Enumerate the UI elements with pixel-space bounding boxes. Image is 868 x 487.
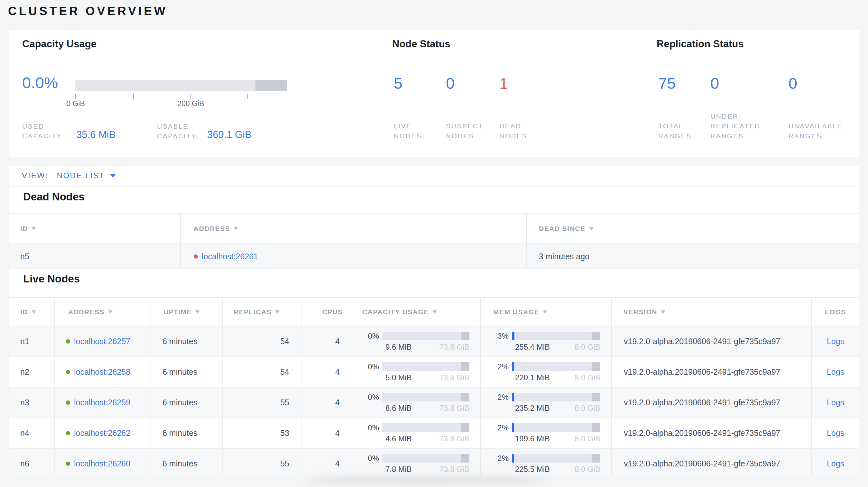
capacity-bar: [75, 80, 287, 91]
mem-used: 235.2 MiB: [515, 404, 550, 413]
node-id: n3: [9, 388, 54, 418]
node-address-link[interactable]: localhost:26262: [74, 428, 130, 438]
mem-minibar-fill: [512, 454, 514, 462]
table-row-dead-n5: n5 localhost:26261 3 minutes ago: [9, 244, 859, 269]
mem-pct: 2%: [491, 362, 512, 371]
capacity-percent: 0.0%: [22, 74, 58, 92]
live-col-address[interactable]: ADDRESS: [54, 297, 151, 326]
node-replicas: 54: [222, 357, 301, 388]
sort-icon: [195, 311, 200, 314]
sort-icon: [234, 227, 238, 230]
capacity-minibar-reserved: [461, 454, 469, 462]
node-version: v19.2.0-alpha.20190606-2491-gfe735c9a97: [611, 449, 811, 475]
view-selected-option[interactable]: NODE LIST: [57, 171, 105, 180]
total-ranges-label: TOTAL RANGES: [658, 121, 710, 141]
node-uptime: 6 minutes: [151, 326, 222, 357]
live-col-version[interactable]: VERSION: [611, 297, 811, 326]
node-cpus: 4: [301, 388, 351, 418]
node-address-link[interactable]: localhost:26257: [74, 337, 130, 346]
live-col-uptime[interactable]: UPTIME: [151, 297, 222, 326]
mem-minibar-reserved: [592, 423, 601, 432]
node-address-link[interactable]: localhost:26258: [74, 367, 130, 377]
suspect-nodes-count: 0: [446, 74, 494, 92]
suspect-nodes-stat: 0 SUSPECT NODES: [446, 74, 494, 141]
dead-col-dead-since[interactable]: DEAD SINCE: [526, 213, 859, 244]
live-col-replicas[interactable]: REPLICAS: [222, 297, 301, 326]
dead-col-address[interactable]: ADDRESS: [180, 213, 526, 244]
mem-minibar-fill: [512, 423, 514, 432]
node-capacity-usage-cell: 0% 7.8 MiB 73.8 GiB: [351, 449, 480, 475]
sort-icon: [661, 311, 665, 314]
mem-pct: 2%: [491, 423, 512, 432]
node-address-link[interactable]: localhost:26260: [74, 459, 130, 468]
node-address-link[interactable]: localhost:26259: [74, 398, 130, 407]
node-replicas: 55: [222, 388, 301, 418]
dead-col-id[interactable]: ID: [9, 213, 180, 244]
node-replicas: 53: [222, 418, 301, 449]
logs-link[interactable]: Logs: [827, 459, 844, 468]
capacity-total: 73.8 GiB: [439, 404, 469, 413]
usable-capacity-stat: USABLE CAPACITY 369.1 GiB: [157, 122, 252, 141]
dead-nodes-label: DEAD NODES: [499, 121, 548, 141]
mem-used: 255.4 MiB: [515, 343, 550, 352]
chevron-down-icon: [110, 174, 116, 177]
capacity-pct: 0%: [361, 423, 382, 432]
node-uptime: 6 minutes: [151, 357, 222, 388]
node-address-cell: localhost:26262: [54, 418, 151, 449]
node-version: v19.2.0-alpha.20190606-2491-gfe735c9a97: [611, 357, 811, 388]
under-replicated-count: 0: [710, 74, 779, 92]
capacity-minibar: [382, 362, 469, 371]
capacity-minibar: [382, 393, 469, 401]
logs-link[interactable]: Logs: [827, 337, 844, 346]
capacity-usage-title: Capacity Usage: [22, 38, 96, 50]
mem-used: 225.5 MiB: [515, 465, 550, 474]
unavailable-ranges-stat: 0 UNAVAILABLE RANGES: [788, 74, 859, 141]
node-mem-usage-cell: 2% 199.6 MiB 8.0 GiB: [480, 418, 611, 449]
capacity-minibar-reserved: [461, 393, 469, 401]
live-col-cpus: CPUS: [301, 297, 351, 326]
summary-card: Capacity Usage 0.0% 0 GiB 200 GiB USED C…: [9, 30, 859, 157]
mem-pct: 2%: [491, 454, 512, 463]
node-uptime: 6 minutes: [151, 449, 222, 475]
node-id: n6: [9, 449, 54, 475]
page-title: CLUSTER OVERVIEW: [8, 4, 167, 18]
logs-link[interactable]: Logs: [827, 398, 844, 407]
dead-node-address-link[interactable]: localhost:26261: [202, 252, 258, 261]
node-uptime: 6 minutes: [151, 388, 222, 418]
node-logs-cell: Logs: [811, 418, 859, 449]
total-ranges-count: 75: [658, 74, 710, 92]
total-ranges-stat: 75 TOTAL RANGES: [658, 74, 710, 141]
capacity-used: 7.8 MiB: [385, 465, 411, 474]
view-selector-dropdown[interactable]: NODE LIST: [57, 171, 116, 180]
view-bar: VIEW: NODE LIST: [9, 166, 859, 186]
capacity-total: 73.8 GiB: [439, 373, 469, 382]
mem-minibar-fill: [512, 362, 514, 371]
node-cpus: 4: [301, 449, 351, 475]
live-status-dot-icon: [66, 431, 70, 435]
suspect-nodes-label: SUSPECT NODES: [446, 121, 494, 141]
capacity-pct: 0%: [361, 393, 382, 402]
used-capacity-stat: USED CAPACITY 35.6 MiB: [22, 122, 116, 141]
capacity-used: 8.6 MiB: [385, 404, 411, 413]
mem-minibar-reserved: [592, 332, 601, 340]
sort-icon: [275, 311, 280, 314]
unavailable-ranges-count: 0: [788, 74, 859, 92]
axis-tick: [75, 94, 76, 99]
node-capacity-usage-cell: 0% 8.6 MiB 73.8 GiB: [351, 388, 480, 418]
node-id: n4: [9, 418, 54, 449]
mem-total: 8.0 GiB: [575, 343, 600, 352]
node-mem-usage-cell: 3% 255.4 MiB 8.0 GiB: [480, 326, 611, 357]
live-col-capacity-usage[interactable]: CAPACITY USAGE: [351, 297, 480, 326]
node-cpus: 4: [301, 357, 351, 388]
mem-total: 8.0 GiB: [575, 465, 600, 474]
node-capacity-usage-cell: 0% 4.6 MiB 73.8 GiB: [351, 418, 480, 449]
node-id: n1: [9, 326, 54, 357]
capacity-minibar-reserved: [461, 362, 469, 371]
view-label: VIEW:: [22, 171, 49, 180]
logs-link[interactable]: Logs: [827, 428, 844, 438]
live-col-id[interactable]: ID: [9, 297, 54, 326]
node-mem-usage-cell: 2% 235.2 MiB 8.0 GiB: [480, 388, 611, 418]
logs-link[interactable]: Logs: [827, 367, 844, 377]
live-col-mem-usage[interactable]: MEM USAGE: [480, 297, 611, 326]
sort-icon: [543, 311, 547, 314]
